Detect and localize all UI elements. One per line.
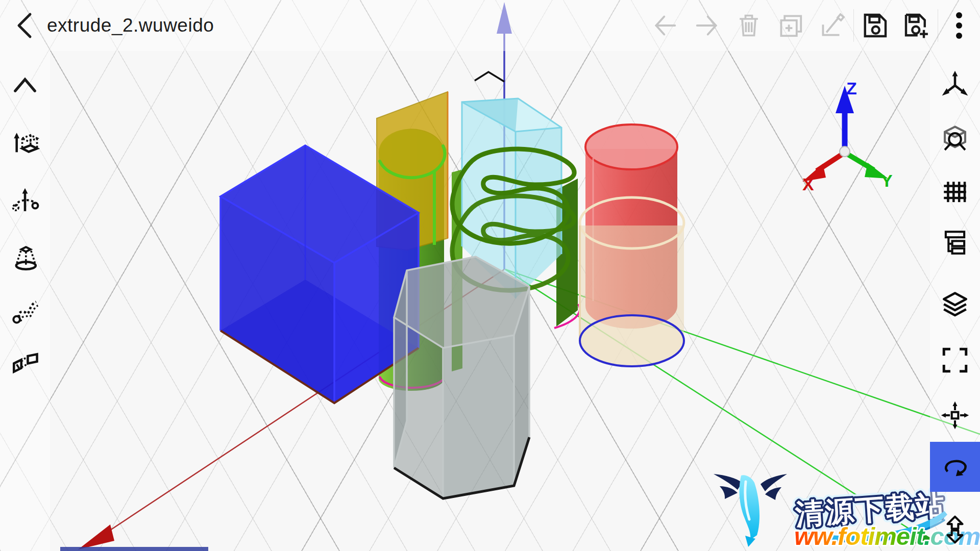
collapse-toolbar-button[interactable] (0, 61, 50, 108)
rotate-icon (940, 452, 970, 482)
zoom-cube-icon (940, 124, 970, 154)
tool-blend[interactable] (0, 342, 50, 389)
loft-icon (10, 243, 40, 273)
gizmo-origin-sphere (840, 146, 850, 157)
save-as-icon (902, 11, 931, 40)
structure-tree-button[interactable] (930, 219, 980, 266)
back-button[interactable] (7, 8, 43, 43)
save-button[interactable] (854, 0, 896, 51)
grid-icon (940, 178, 970, 208)
orientation-gizmo[interactable]: X Y Z (802, 79, 893, 194)
rotate-view-button[interactable] (930, 442, 980, 492)
trash-icon (736, 11, 762, 40)
move-icon (940, 400, 970, 430)
object-gray-hex-prism[interactable] (394, 257, 529, 498)
tool-revolve[interactable] (0, 178, 50, 224)
view-axes-button[interactable] (930, 60, 980, 107)
zoom-fit-button[interactable] (930, 115, 980, 162)
edit-sketch-button[interactable] (812, 0, 853, 51)
edit-pencil-icon (819, 11, 846, 40)
delete-button[interactable] (728, 0, 770, 51)
undo-button[interactable] (644, 0, 686, 51)
layers-button[interactable] (930, 282, 980, 329)
tool-sweep[interactable] (0, 287, 50, 334)
duplicate-icon (777, 11, 804, 40)
left-toolbar (0, 51, 50, 551)
overflow-menu-button[interactable] (938, 0, 980, 51)
chevron-up-icon (11, 74, 39, 95)
selection-box-button[interactable] (930, 337, 980, 384)
tool-loft[interactable] (0, 235, 50, 282)
layers-icon (940, 290, 970, 320)
document-title: extrude_2.wuweido (47, 15, 214, 36)
viewport-3d[interactable]: X Y Z 清源下载站 清源下载站 ww.fotimeit.com (0, 0, 980, 551)
redo-button[interactable] (686, 0, 728, 51)
watermark-logo (714, 474, 787, 547)
right-toolbar (930, 51, 980, 551)
gizmo-y-label: Y (881, 171, 893, 190)
spline-sketch-mark (475, 72, 504, 82)
extrude-icon (10, 129, 40, 159)
x-axis-arrowhead (78, 524, 114, 549)
redo-icon (693, 11, 721, 40)
axes-icon (940, 69, 970, 98)
tool-extrude[interactable] (0, 120, 50, 167)
gizmo-x-label: X (802, 174, 814, 194)
grid-toggle-button[interactable] (930, 169, 980, 216)
duplicate-button[interactable] (770, 0, 812, 51)
flip-direction-button[interactable] (930, 506, 980, 551)
sweep-icon (10, 295, 40, 325)
save-icon (861, 11, 889, 40)
back-chevron-icon (14, 11, 36, 40)
three-dots-icon (949, 10, 969, 41)
save-as-button[interactable] (896, 0, 938, 51)
gizmo-z-label: Z (846, 79, 857, 98)
revolve-icon (10, 186, 40, 216)
nav-bar-strip (60, 547, 208, 551)
flip-arrows-icon (940, 515, 970, 544)
structure-tree-icon (940, 228, 970, 258)
undo-icon (651, 11, 679, 40)
top-bar: extrude_2.wuweido (0, 0, 980, 51)
selection-brackets-icon (940, 345, 970, 375)
move-button[interactable] (930, 392, 980, 439)
blend-icon (10, 350, 40, 380)
